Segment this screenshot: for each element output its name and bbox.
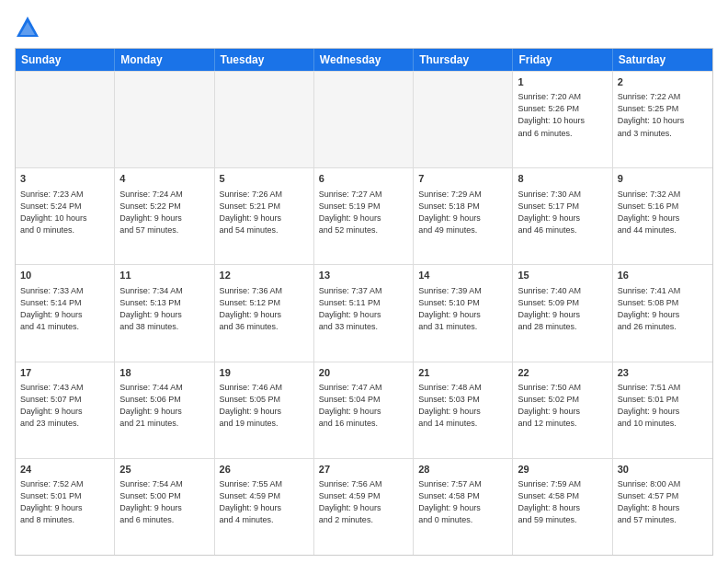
cell-text: Sunrise: 7:30 AMSunset: 5:17 PMDaylight:…: [518, 189, 607, 236]
calendar-cell: [414, 72, 513, 167]
calendar-cell: 16Sunrise: 7:41 AMSunset: 5:08 PMDayligh…: [613, 265, 712, 361]
day-number: 7: [418, 172, 507, 186]
cell-text: Sunrise: 7:33 AMSunset: 5:14 PMDaylight:…: [20, 285, 109, 333]
calendar: SundayMondayTuesdayWednesdayThursdayFrid…: [15, 48, 713, 556]
day-number: 3: [20, 172, 109, 186]
cell-text: Sunrise: 7:36 AMSunset: 5:12 PMDaylight:…: [220, 285, 309, 333]
cell-text: Sunrise: 7:50 AMSunset: 5:02 PMDaylight:…: [518, 382, 607, 430]
cell-text: Sunrise: 7:22 AMSunset: 5:25 PMDaylight:…: [618, 91, 708, 139]
day-number: 25: [119, 463, 209, 477]
day-number: 26: [220, 463, 309, 477]
calendar-cell: 23Sunrise: 7:51 AMSunset: 5:01 PMDayligh…: [613, 362, 712, 458]
day-number: 5: [220, 172, 309, 186]
cell-text: Sunrise: 7:34 AMSunset: 5:13 PMDaylight:…: [119, 285, 209, 333]
calendar-header-cell: Saturday: [613, 49, 712, 71]
day-number: 11: [119, 269, 209, 282]
day-number: 19: [220, 366, 309, 380]
day-number: 23: [618, 366, 708, 380]
day-number: 21: [418, 366, 507, 380]
cell-text: Sunrise: 7:59 AMSunset: 4:58 PMDaylight:…: [518, 478, 607, 526]
header: [15, 15, 713, 40]
day-number: 12: [220, 269, 309, 282]
calendar-cell: 14Sunrise: 7:39 AMSunset: 5:10 PMDayligh…: [414, 265, 513, 361]
calendar-cell: 1Sunrise: 7:20 AMSunset: 5:26 PMDaylight…: [513, 72, 612, 167]
calendar-cell: 13Sunrise: 7:37 AMSunset: 5:11 PMDayligh…: [314, 265, 414, 361]
day-number: 1: [518, 75, 607, 89]
cell-text: Sunrise: 7:51 AMSunset: 5:01 PMDaylight:…: [618, 382, 708, 430]
day-number: 14: [418, 269, 507, 282]
cell-text: Sunrise: 7:24 AMSunset: 5:22 PMDaylight:…: [119, 189, 209, 236]
day-number: 27: [319, 463, 408, 477]
calendar-cell: 28Sunrise: 7:57 AMSunset: 4:58 PMDayligh…: [414, 459, 513, 555]
cell-text: Sunrise: 7:29 AMSunset: 5:18 PMDaylight:…: [418, 189, 507, 236]
cell-text: Sunrise: 7:47 AMSunset: 5:04 PMDaylight:…: [319, 382, 408, 430]
day-number: 17: [20, 366, 109, 380]
day-number: 15: [518, 269, 607, 282]
day-number: 20: [319, 366, 408, 380]
calendar-cell: 22Sunrise: 7:50 AMSunset: 5:02 PMDayligh…: [513, 362, 612, 458]
calendar-row: 17Sunrise: 7:43 AMSunset: 5:07 PMDayligh…: [16, 362, 712, 458]
calendar-cell: 27Sunrise: 7:56 AMSunset: 4:59 PMDayligh…: [314, 459, 414, 555]
calendar-cell: 11Sunrise: 7:34 AMSunset: 5:13 PMDayligh…: [115, 265, 214, 361]
calendar-cell: 15Sunrise: 7:40 AMSunset: 5:09 PMDayligh…: [513, 265, 612, 361]
calendar-cell: 24Sunrise: 7:52 AMSunset: 5:01 PMDayligh…: [16, 459, 115, 555]
calendar-cell: 12Sunrise: 7:36 AMSunset: 5:12 PMDayligh…: [215, 265, 314, 361]
calendar-cell: [314, 72, 414, 167]
calendar-cell: 19Sunrise: 7:46 AMSunset: 5:05 PMDayligh…: [215, 362, 314, 458]
cell-text: Sunrise: 7:44 AMSunset: 5:06 PMDaylight:…: [119, 382, 209, 430]
cell-text: Sunrise: 7:52 AMSunset: 5:01 PMDaylight:…: [20, 478, 109, 526]
cell-text: Sunrise: 7:54 AMSunset: 5:00 PMDaylight:…: [119, 478, 209, 526]
day-number: 8: [518, 172, 607, 186]
calendar-cell: 17Sunrise: 7:43 AMSunset: 5:07 PMDayligh…: [16, 362, 115, 458]
cell-text: Sunrise: 7:57 AMSunset: 4:58 PMDaylight:…: [418, 478, 507, 526]
logo-icon: [15, 15, 40, 40]
calendar-header-cell: Friday: [513, 49, 612, 71]
calendar-cell: 8Sunrise: 7:30 AMSunset: 5:17 PMDaylight…: [513, 168, 612, 264]
day-number: 16: [618, 269, 708, 282]
day-number: 4: [119, 172, 209, 186]
calendar-cell: 5Sunrise: 7:26 AMSunset: 5:21 PMDaylight…: [215, 168, 314, 264]
day-number: 24: [20, 463, 109, 477]
cell-text: Sunrise: 7:39 AMSunset: 5:10 PMDaylight:…: [418, 285, 507, 333]
day-number: 30: [618, 463, 708, 477]
calendar-cell: 25Sunrise: 7:54 AMSunset: 5:00 PMDayligh…: [115, 459, 214, 555]
cell-text: Sunrise: 7:20 AMSunset: 5:26 PMDaylight:…: [518, 91, 607, 139]
calendar-row: 1Sunrise: 7:20 AMSunset: 5:26 PMDaylight…: [16, 71, 712, 167]
calendar-header-row: SundayMondayTuesdayWednesdayThursdayFrid…: [16, 49, 712, 71]
calendar-body: 1Sunrise: 7:20 AMSunset: 5:26 PMDaylight…: [16, 71, 712, 555]
calendar-header-cell: Monday: [115, 49, 214, 71]
day-number: 29: [518, 463, 607, 477]
day-number: 28: [418, 463, 507, 477]
cell-text: Sunrise: 7:40 AMSunset: 5:09 PMDaylight:…: [518, 285, 607, 333]
calendar-cell: 20Sunrise: 7:47 AMSunset: 5:04 PMDayligh…: [314, 362, 414, 458]
cell-text: Sunrise: 7:41 AMSunset: 5:08 PMDaylight:…: [618, 285, 708, 333]
calendar-cell: 6Sunrise: 7:27 AMSunset: 5:19 PMDaylight…: [314, 168, 414, 264]
cell-text: Sunrise: 7:55 AMSunset: 4:59 PMDaylight:…: [220, 478, 309, 526]
calendar-cell: 7Sunrise: 7:29 AMSunset: 5:18 PMDaylight…: [414, 168, 513, 264]
calendar-cell: 18Sunrise: 7:44 AMSunset: 5:06 PMDayligh…: [115, 362, 214, 458]
day-number: 18: [119, 366, 209, 380]
calendar-cell: 4Sunrise: 7:24 AMSunset: 5:22 PMDaylight…: [115, 168, 214, 264]
day-number: 6: [319, 172, 408, 186]
calendar-cell: [16, 72, 115, 167]
page: SundayMondayTuesdayWednesdayThursdayFrid…: [0, 0, 728, 563]
calendar-header-cell: Tuesday: [215, 49, 314, 71]
day-number: 9: [618, 172, 708, 186]
calendar-header-cell: Wednesday: [314, 49, 414, 71]
cell-text: Sunrise: 7:26 AMSunset: 5:21 PMDaylight:…: [220, 189, 309, 236]
day-number: 13: [319, 269, 408, 282]
cell-text: Sunrise: 7:27 AMSunset: 5:19 PMDaylight:…: [319, 189, 408, 236]
calendar-cell: 3Sunrise: 7:23 AMSunset: 5:24 PMDaylight…: [16, 168, 115, 264]
calendar-cell: 9Sunrise: 7:32 AMSunset: 5:16 PMDaylight…: [613, 168, 712, 264]
day-number: 22: [518, 366, 607, 380]
calendar-row: 24Sunrise: 7:52 AMSunset: 5:01 PMDayligh…: [16, 458, 712, 555]
logo: [15, 15, 44, 40]
calendar-header-cell: Sunday: [16, 49, 115, 71]
calendar-cell: 21Sunrise: 7:48 AMSunset: 5:03 PMDayligh…: [414, 362, 513, 458]
cell-text: Sunrise: 7:56 AMSunset: 4:59 PMDaylight:…: [319, 478, 408, 526]
day-number: 2: [618, 75, 708, 89]
cell-text: Sunrise: 7:48 AMSunset: 5:03 PMDaylight:…: [418, 382, 507, 430]
calendar-cell: [215, 72, 314, 167]
calendar-cell: 2Sunrise: 7:22 AMSunset: 5:25 PMDaylight…: [613, 72, 712, 167]
calendar-cell: 10Sunrise: 7:33 AMSunset: 5:14 PMDayligh…: [16, 265, 115, 361]
